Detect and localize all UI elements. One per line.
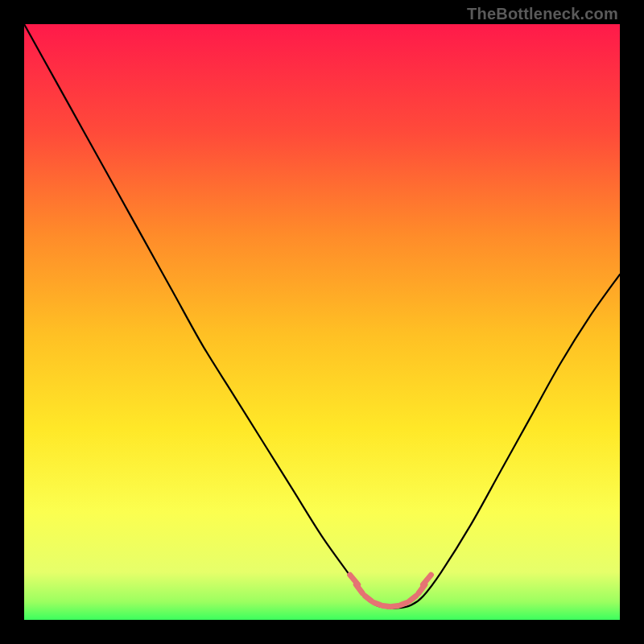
marker-dash	[365, 596, 371, 601]
marker-dash	[383, 605, 390, 606]
marker-dash	[374, 602, 380, 605]
marker-cap-right	[423, 575, 431, 584]
plot-area	[24, 24, 620, 620]
bottleneck-curve	[24, 24, 620, 609]
chart-container: TheBottleneck.com	[0, 0, 644, 644]
watermark-text: TheBottleneck.com	[467, 5, 618, 23]
marker-dash	[392, 605, 398, 606]
marker-cap-left	[350, 575, 358, 584]
marker-dash	[410, 596, 416, 601]
curve-layer	[24, 24, 620, 620]
highlight-markers	[350, 575, 431, 606]
marker-dash	[401, 602, 407, 605]
